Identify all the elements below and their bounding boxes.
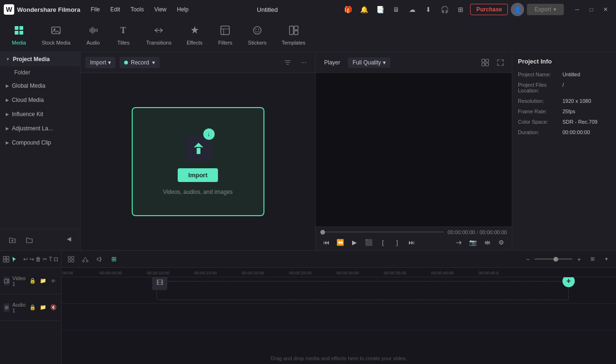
- bookmark-icon[interactable]: 📑: [373, 3, 387, 16]
- skip-back-button[interactable]: ⏮: [320, 237, 332, 248]
- video-eye-icon[interactable]: 👁: [49, 277, 58, 285]
- cloud-icon[interactable]: ☁: [406, 3, 419, 16]
- download-icon[interactable]: ⬇: [422, 3, 435, 16]
- cut-button[interactable]: ✂: [43, 254, 47, 265]
- project-name-row: Project Name: Untitled: [518, 72, 610, 77]
- menu-tools[interactable]: Tools: [126, 4, 148, 15]
- tool-transitions[interactable]: Transitions: [140, 21, 178, 49]
- drag-media-icon: 🎞: [152, 277, 167, 290]
- drop-import-button[interactable]: Import: [178, 168, 217, 182]
- sidebar-item-global-media[interactable]: ▶ Global Media: [0, 79, 80, 93]
- record-button[interactable]: Record ▾: [119, 57, 160, 68]
- text-tool[interactable]: T: [49, 254, 52, 265]
- tool-stock-media[interactable]: Stock Media: [35, 21, 77, 49]
- play-button[interactable]: ▶: [349, 237, 360, 248]
- menu-view[interactable]: View: [149, 4, 171, 15]
- mark-in-button[interactable]: [: [377, 237, 389, 248]
- audio-mute-icon[interactable]: 🔇: [49, 303, 58, 312]
- next-frame-button[interactable]: ⏭: [406, 237, 417, 248]
- timeline-grid-button[interactable]: [3, 254, 9, 265]
- grid-icon[interactable]: ⊞: [454, 3, 467, 16]
- monitor-icon[interactable]: 🖥: [390, 3, 403, 16]
- sidebar-item-project-media[interactable]: ▼ Project Media: [0, 52, 80, 66]
- screenshot-button[interactable]: 📷: [467, 237, 479, 248]
- sidebar-item-cloud-media[interactable]: ▶ Cloud Media: [0, 93, 80, 107]
- zoom-slider[interactable]: [534, 258, 572, 260]
- minimize-button[interactable]: ─: [571, 3, 584, 16]
- mark-out-button[interactable]: ]: [391, 237, 403, 248]
- sidebar-folder[interactable]: Folder: [0, 66, 80, 79]
- timeline-audio-button[interactable]: [94, 254, 105, 265]
- folder-button[interactable]: [23, 233, 36, 246]
- zoom-in-button[interactable]: +: [574, 255, 584, 264]
- avatar[interactable]: 👤: [511, 3, 524, 16]
- preview-controls: 00:00:00:00 / 00:00:00:00 ⏮ ⏪ ▶ ⬛ [ ] ⏭ …: [316, 227, 512, 250]
- menu-help[interactable]: Help: [172, 4, 193, 15]
- audio-track-left: Audio 1 🔒 📁 🔇: [0, 294, 61, 321]
- audio-folder-icon[interactable]: 📁: [39, 303, 47, 312]
- templates-icon: [289, 25, 299, 38]
- media-panel: Import ▾ Record ▾ ⋯: [81, 52, 315, 250]
- maximize-button[interactable]: □: [585, 3, 598, 16]
- sidebar-item-influence-kit[interactable]: ▶ Influence Kit: [0, 107, 80, 121]
- fullscreen-icon[interactable]: [494, 56, 507, 69]
- sidebar-item-compound-clip[interactable]: ▶ Compound Clip: [0, 136, 80, 150]
- timeline-settings-button[interactable]: ▾: [601, 254, 612, 265]
- more-options-icon[interactable]: ⋯: [297, 56, 310, 69]
- menu-file[interactable]: File: [86, 4, 104, 15]
- stickers-icon: [252, 25, 263, 38]
- tool-audio[interactable]: Audio: [79, 21, 108, 49]
- app-title: Untitled: [193, 6, 341, 13]
- purchase-button[interactable]: Purchase: [470, 4, 508, 15]
- svg-point-10: [258, 29, 259, 30]
- tool-effects[interactable]: Effects: [180, 21, 209, 49]
- sidebar-item-adjustment-la[interactable]: ▶ Adjustment La...: [0, 121, 80, 136]
- drop-zone-inner[interactable]: ↓ Import Videos, audios, and images: [132, 107, 264, 216]
- undo-button[interactable]: ↩: [23, 254, 28, 265]
- timeline-select-tool[interactable]: [11, 254, 18, 265]
- export-chevron-icon: ▾: [553, 6, 556, 13]
- zoom-out-button[interactable]: −: [523, 255, 533, 264]
- filter-settings-icon[interactable]: [281, 56, 294, 69]
- duration-row: Duration: 00:00:00:00: [518, 129, 610, 135]
- timeline-grid-view-button[interactable]: ⊞: [587, 254, 598, 265]
- delete-button[interactable]: 🗑: [36, 254, 41, 265]
- settings-button[interactable]: ⚙: [496, 237, 507, 248]
- progress-bar[interactable]: 00:00:00:00 / 00:00:00:00: [320, 229, 507, 235]
- video-lock-icon[interactable]: 🔒: [28, 277, 37, 285]
- add-clip-button[interactable]: +: [562, 277, 575, 287]
- add-track-button[interactable]: [65, 254, 77, 265]
- audio-lock-icon[interactable]: 🔒: [28, 303, 37, 312]
- crop-tool[interactable]: ⊡: [54, 254, 58, 265]
- color-space-label: Color Space:: [518, 119, 561, 125]
- audio-waveform-button[interactable]: [481, 237, 493, 248]
- import-button[interactable]: Import ▾: [85, 57, 116, 68]
- left-sidebar: ▼ Project Media Folder ▶ Global Media ▶ …: [0, 52, 81, 250]
- video-drop-target[interactable]: 🎞 +: [156, 281, 569, 300]
- bell-icon[interactable]: 🔔: [357, 3, 371, 16]
- gift-icon[interactable]: 🎁: [341, 3, 354, 16]
- snap-toggle-button[interactable]: ⊞: [108, 254, 119, 265]
- quality-select[interactable]: Full Quality ▾: [348, 57, 390, 68]
- snap-button[interactable]: [453, 237, 464, 248]
- add-folder-button[interactable]: [6, 233, 19, 246]
- tool-stickers[interactable]: Stickers: [241, 21, 273, 49]
- menu-edit[interactable]: Edit: [106, 4, 125, 15]
- stop-button[interactable]: ⬛: [363, 237, 374, 248]
- svg-point-5: [54, 28, 55, 30]
- collapse-sidebar-button[interactable]: ◀: [63, 233, 74, 245]
- headphone-icon[interactable]: 🎧: [438, 3, 451, 16]
- redo-button[interactable]: ↪: [29, 254, 34, 265]
- tool-templates[interactable]: Templates: [275, 21, 312, 49]
- grid-layout-icon[interactable]: [479, 56, 492, 69]
- tool-filters[interactable]: Filters: [211, 21, 239, 49]
- close-button[interactable]: ✕: [599, 3, 612, 16]
- export-button[interactable]: Export ▾: [527, 4, 564, 15]
- tool-media[interactable]: Media: [5, 21, 33, 49]
- video-folder-icon[interactable]: 📁: [39, 277, 47, 285]
- player-tab[interactable]: Player: [320, 57, 344, 68]
- tool-titles[interactable]: T Titles: [109, 21, 138, 49]
- rewind-button[interactable]: ⏪: [335, 237, 346, 248]
- progress-track[interactable]: [320, 231, 444, 233]
- timeline-clip-button[interactable]: [80, 254, 91, 265]
